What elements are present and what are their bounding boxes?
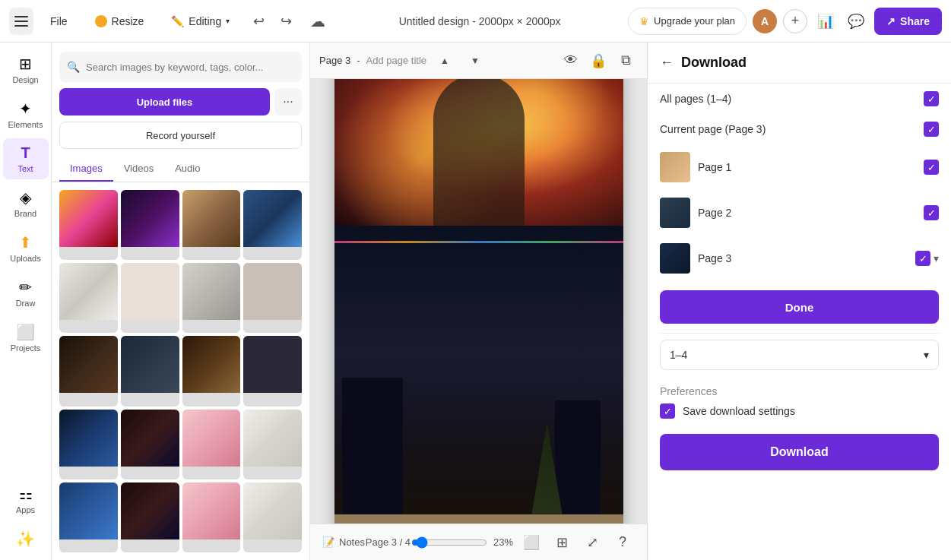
list-item[interactable] bbox=[182, 410, 241, 479]
page-indicator: Page 3 / 4 bbox=[366, 536, 411, 548]
grid-view-button[interactable]: ⊞ bbox=[550, 530, 574, 555]
current-page-label: Current page (Page 3) bbox=[660, 123, 924, 135]
back-button[interactable]: ← bbox=[660, 55, 674, 71]
resize-button[interactable]: Resize bbox=[84, 8, 155, 35]
tab-images[interactable]: Images bbox=[59, 157, 113, 182]
undo-redo-group: ↩ ↪ bbox=[246, 9, 298, 33]
nav-up-button[interactable]: ▲ bbox=[433, 49, 457, 73]
list-item[interactable] bbox=[121, 336, 179, 406]
share-button[interactable]: ↗ Share bbox=[874, 8, 942, 35]
more-options-button[interactable]: ··· bbox=[274, 88, 302, 115]
save-settings-label: Save download settings bbox=[683, 405, 795, 417]
page-title-area: Page 3 - Add page title ▲ ▼ bbox=[319, 49, 487, 73]
download-button[interactable]: Download bbox=[660, 434, 939, 470]
page-3-option[interactable]: Page 3 ✓ ▾ bbox=[648, 236, 951, 281]
list-item[interactable] bbox=[121, 482, 179, 552]
redo-button[interactable]: ↪ bbox=[274, 9, 298, 33]
list-item[interactable] bbox=[59, 263, 118, 333]
sidebar-item-design[interactable]: ⊞ Design bbox=[3, 49, 49, 90]
expand-icon[interactable]: ▾ bbox=[934, 252, 939, 264]
list-item[interactable] bbox=[121, 410, 179, 479]
sidebar-item-uploads[interactable]: ⬆ Uploads bbox=[3, 227, 49, 269]
sidebar-item-projects[interactable]: ⬜ Projects bbox=[3, 317, 49, 359]
page-3-checkbox[interactable]: ✓ bbox=[915, 251, 930, 266]
editing-button[interactable]: ✏️ Editing ▾ bbox=[160, 8, 240, 35]
current-page-checkbox[interactable]: ✓ bbox=[924, 122, 939, 137]
page-2-checkbox[interactable]: ✓ bbox=[924, 205, 939, 220]
tab-audio[interactable]: Audio bbox=[164, 157, 211, 182]
all-pages-checkbox[interactable]: ✓ bbox=[924, 91, 939, 106]
sidebar-item-brand[interactable]: ◈ Brand bbox=[3, 182, 49, 224]
avatar[interactable]: A bbox=[753, 9, 777, 33]
upload-files-button[interactable]: Upload files bbox=[59, 88, 270, 115]
all-pages-option[interactable]: All pages (1–4) ✓ bbox=[648, 84, 951, 114]
menu-button[interactable] bbox=[9, 8, 33, 35]
media-tabs: Images Videos Audio bbox=[52, 157, 309, 182]
list-item[interactable] bbox=[243, 410, 302, 479]
checkmark-icon: ✓ bbox=[664, 406, 672, 417]
page-add-title[interactable]: Add page title bbox=[366, 55, 427, 66]
list-item[interactable] bbox=[182, 190, 241, 260]
list-item[interactable] bbox=[59, 410, 118, 479]
list-item[interactable] bbox=[59, 190, 118, 260]
current-page-option[interactable]: Current page (Page 3) ✓ bbox=[648, 114, 951, 144]
page-2-thumbnail bbox=[660, 198, 690, 228]
design-canvas bbox=[334, 79, 623, 524]
cloud-save-button[interactable]: ☁ bbox=[304, 8, 331, 35]
page-2-option[interactable]: Page 2 ✓ bbox=[648, 190, 951, 236]
sidebar-label-apps: Apps bbox=[16, 505, 35, 514]
nav-down-button[interactable]: ▼ bbox=[463, 49, 487, 73]
text-icon: T bbox=[21, 144, 30, 162]
list-item[interactable] bbox=[243, 336, 302, 406]
search-input[interactable] bbox=[86, 62, 294, 73]
page-1-option[interactable]: Page 1 ✓ bbox=[648, 144, 951, 190]
magic-icon: ✨ bbox=[16, 530, 35, 548]
lock-page-button[interactable]: 🔒 bbox=[586, 49, 610, 73]
sidebar-item-elements[interactable]: ✦ Elements bbox=[3, 93, 49, 135]
done-button[interactable]: Done bbox=[660, 290, 939, 324]
sidebar-label-text: Text bbox=[17, 164, 33, 173]
list-item[interactable] bbox=[182, 336, 241, 406]
zoom-slider[interactable] bbox=[411, 536, 487, 549]
list-item[interactable] bbox=[121, 190, 179, 260]
sidebar-item-apps[interactable]: ⚏ Apps bbox=[3, 479, 49, 520]
sidebar-label-draw: Draw bbox=[16, 299, 36, 308]
analytics-button[interactable]: 📊 bbox=[813, 9, 838, 33]
sidebar-item-text[interactable]: T Text bbox=[3, 138, 49, 179]
fullscreen-button[interactable]: ⤢ bbox=[580, 530, 604, 555]
list-item[interactable] bbox=[243, 482, 302, 552]
list-item[interactable] bbox=[59, 336, 118, 406]
file-button[interactable]: File bbox=[40, 8, 78, 35]
list-item[interactable] bbox=[182, 263, 241, 333]
sidebar-item-magic[interactable]: ✨ bbox=[3, 524, 49, 554]
canvas-image-bottom bbox=[334, 226, 623, 524]
zoom-area: 23% ⬜ ⊞ ⤢ ? bbox=[411, 530, 635, 555]
page-3-label: Page 3 bbox=[698, 252, 915, 264]
sidebar-item-draw[interactable]: ✏ Draw bbox=[3, 272, 49, 314]
list-item[interactable] bbox=[59, 482, 118, 552]
record-yourself-button[interactable]: Record yourself bbox=[59, 122, 302, 149]
notes-button[interactable]: 📝 Notes bbox=[322, 536, 365, 548]
help-button[interactable]: ? bbox=[610, 530, 635, 555]
undo-button[interactable]: ↩ bbox=[246, 9, 271, 33]
list-item[interactable] bbox=[182, 482, 241, 552]
tab-videos[interactable]: Videos bbox=[113, 157, 165, 182]
upgrade-button[interactable]: ♛ Upgrade your plan bbox=[628, 8, 747, 35]
list-item[interactable] bbox=[243, 263, 302, 333]
save-settings-checkbox[interactable]: ✓ bbox=[660, 403, 675, 419]
add-collaborator-button[interactable]: + bbox=[783, 9, 807, 33]
canvas-image-top bbox=[334, 79, 623, 226]
comments-button[interactable]: 💬 bbox=[844, 9, 868, 33]
elements-icon: ✦ bbox=[19, 100, 32, 118]
hide-page-button[interactable]: 👁 bbox=[559, 49, 583, 73]
list-item[interactable] bbox=[121, 263, 179, 333]
search-box[interactable]: 🔍 bbox=[59, 52, 302, 82]
page-1-checkbox[interactable]: ✓ bbox=[924, 160, 939, 175]
single-page-view-button[interactable]: ⬜ bbox=[519, 530, 544, 555]
canvas-toolbar-icons: 👁 🔒 ⧉ bbox=[559, 49, 638, 73]
page-separator: - bbox=[357, 55, 360, 66]
page-range-select[interactable]: 1–4 ▾ bbox=[660, 340, 939, 370]
copy-page-button[interactable]: ⧉ bbox=[613, 49, 638, 73]
page-range-value: 1–4 bbox=[670, 349, 687, 361]
list-item[interactable] bbox=[243, 190, 302, 260]
